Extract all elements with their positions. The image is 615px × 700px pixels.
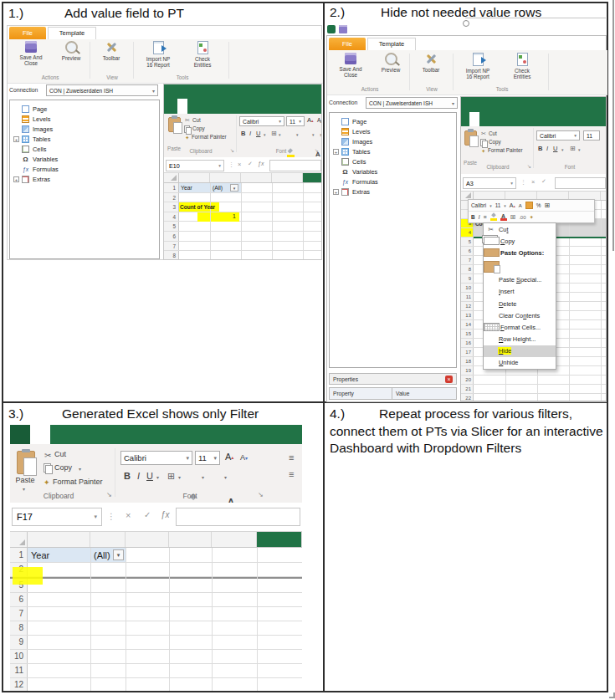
column-header[interactable] xyxy=(241,173,272,182)
italic-button[interactable]: I xyxy=(546,145,548,152)
tree-item[interactable]: + Tables xyxy=(10,134,159,144)
cell-a1[interactable]: Year xyxy=(31,550,49,560)
sheet-row[interactable]: 5 xyxy=(164,222,322,232)
chevron-down-icon[interactable]: ▾ xyxy=(561,147,564,152)
bold-button[interactable]: B xyxy=(471,214,475,220)
connection-dropdown[interactable]: CON | Zuweiserdaten ISH ▾ xyxy=(366,97,458,109)
ribbon-button[interactable]: Toolbar xyxy=(91,41,131,61)
row-header[interactable]: 1 xyxy=(10,548,28,562)
tree-item[interactable]: + Extras xyxy=(330,186,456,197)
sheet-row[interactable]: 7 xyxy=(164,242,322,252)
chevron-down-icon[interactable]: ▾ xyxy=(578,147,581,152)
chevron-down-icon[interactable]: ▾ xyxy=(224,474,227,480)
row-header[interactable]: 2 xyxy=(164,193,179,202)
ribbon-button[interactable]: Preview xyxy=(372,53,409,73)
row-header[interactable]: 16 xyxy=(461,339,474,347)
format-painter-button[interactable]: Format Painter xyxy=(53,478,103,486)
excel-tab[interactable] xyxy=(197,99,208,114)
sheet-row[interactable]: 12 xyxy=(10,678,302,691)
excel-tab[interactable] xyxy=(110,425,131,444)
ribbon-button[interactable]: Preview xyxy=(53,41,90,61)
chevron-down-icon[interactable]: ▾ xyxy=(264,132,266,137)
tree-item[interactable]: + Formulas xyxy=(330,176,456,186)
context-menu-item[interactable]: Format Cells... xyxy=(484,321,556,333)
tree-item[interactable]: + Page xyxy=(10,104,159,114)
select-all-corner[interactable] xyxy=(164,173,179,182)
select-all-corner[interactable] xyxy=(10,532,28,547)
ribbon-button[interactable]: Save And Close xyxy=(331,53,371,78)
font-name-dropdown[interactable]: Calibri▾ xyxy=(239,116,284,126)
chevron-down-icon[interactable]: ▾ xyxy=(156,474,159,480)
paste-icon[interactable] xyxy=(168,117,181,132)
ribbon-button[interactable]: Save And Close xyxy=(11,41,51,66)
tree-item[interactable]: + Images xyxy=(10,124,159,134)
excel-tab[interactable] xyxy=(177,99,187,114)
cell-a3[interactable]: Count of Year xyxy=(180,204,215,210)
name-box[interactable]: F17 ▾ xyxy=(12,508,102,526)
tree-item[interactable]: + Variables xyxy=(10,154,159,164)
font-dialog-launcher-icon[interactable]: ↘ xyxy=(258,491,264,498)
paste-label[interactable]: Paste xyxy=(12,476,38,484)
clipboard-dialog-launcher-icon[interactable]: ↘ xyxy=(527,163,531,169)
row-header[interactable]: 11 xyxy=(461,293,474,301)
excel-tab[interactable] xyxy=(90,425,110,444)
cut-button[interactable]: Cut xyxy=(192,117,201,123)
row-header[interactable]: 14 xyxy=(461,320,474,329)
close-icon[interactable]: × xyxy=(445,376,453,383)
borders-button[interactable]: ⊞ xyxy=(570,145,576,152)
excel-tab[interactable] xyxy=(208,99,218,114)
row-header[interactable]: 1 xyxy=(164,183,179,192)
tab-file[interactable]: File xyxy=(9,27,46,39)
sheet-row[interactable]: 2 xyxy=(10,563,302,577)
font-dialog-launcher-icon[interactable]: ↘ xyxy=(315,147,319,153)
excel-tab[interactable] xyxy=(50,425,70,444)
row-header[interactable]: 6 xyxy=(164,232,179,241)
italic-button[interactable]: I xyxy=(249,130,251,137)
row-header[interactable]: 3 xyxy=(164,202,179,212)
row-header[interactable]: 10 xyxy=(10,650,28,663)
excel-tab[interactable] xyxy=(70,425,90,444)
cell-b1[interactable]: (All) xyxy=(213,185,223,191)
align-icon[interactable]: ≡ xyxy=(483,214,486,220)
ribbon-button[interactable]: Import NP 16 Report xyxy=(136,41,180,68)
cancel-icon[interactable]: × xyxy=(126,510,131,520)
mini-font-size[interactable]: 11 xyxy=(495,202,501,208)
underline-button[interactable]: U xyxy=(256,130,260,137)
borders-button[interactable]: ⊞ xyxy=(271,130,277,137)
cancel-icon[interactable]: × xyxy=(238,161,241,168)
row-header[interactable]: 12 xyxy=(461,302,474,310)
column-header[interactable] xyxy=(272,173,303,182)
row-header[interactable]: 8 xyxy=(10,621,28,635)
column-header[interactable] xyxy=(210,173,241,182)
context-menu-item[interactable] xyxy=(484,259,556,274)
row-header[interactable]: 17 xyxy=(461,348,474,356)
copy-button[interactable]: Copy xyxy=(54,463,72,472)
enter-icon[interactable]: ✓ xyxy=(144,510,151,519)
table-resize-handle[interactable] xyxy=(609,692,615,698)
row-header[interactable]: 9 xyxy=(10,636,28,649)
filter-dropdown-button[interactable]: ▾ xyxy=(230,184,238,192)
tree-item[interactable]: + Tables xyxy=(330,146,456,156)
tab-template[interactable]: Template xyxy=(367,38,416,51)
ribbon-button[interactable]: Toolbar xyxy=(411,53,451,73)
cell-b4[interactable]: 1 xyxy=(233,213,236,219)
row-header[interactable]: 11 xyxy=(10,664,28,677)
sheet-row[interactable]: 5 xyxy=(10,577,302,593)
chevron-down-icon[interactable]: ▾ xyxy=(312,132,315,137)
excel-tab[interactable] xyxy=(218,99,228,114)
bold-button[interactable]: B xyxy=(241,130,245,137)
insert-function-icon[interactable]: ƒx xyxy=(258,161,264,166)
format-painter-icon[interactable]: ✦ xyxy=(530,214,534,221)
italic-button[interactable]: I xyxy=(137,471,140,481)
font-size-dropdown[interactable]: 11▾ xyxy=(286,116,305,126)
ribbon-button[interactable]: Check Entities xyxy=(503,53,541,79)
expander-icon[interactable]: + xyxy=(13,136,19,142)
context-menu-item[interactable]: Insert xyxy=(484,286,556,298)
underline-button[interactable]: U xyxy=(146,471,153,481)
row-header[interactable]: 4 xyxy=(461,228,474,237)
context-menu-item[interactable]: Delete xyxy=(484,298,556,309)
borders-button[interactable]: ⊞ xyxy=(510,213,516,221)
name-box[interactable]: E10 ▾ xyxy=(166,160,224,171)
insert-function-icon[interactable]: ƒx xyxy=(161,510,170,519)
format-painter-button[interactable]: Format Painter xyxy=(488,147,523,153)
